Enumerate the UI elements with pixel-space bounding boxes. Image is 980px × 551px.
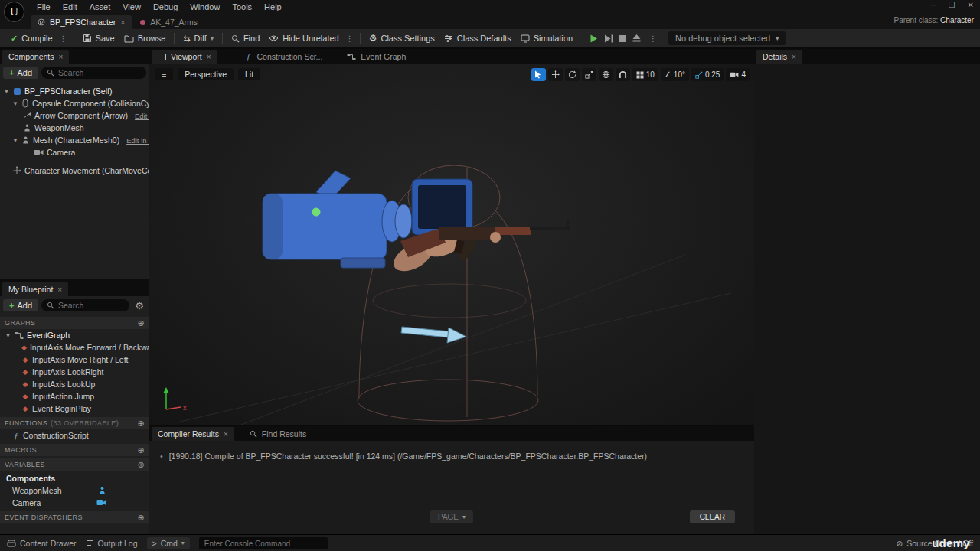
tab-ak47-arms[interactable]: AK_47_Arms <box>133 15 204 29</box>
add-macro-icon[interactable]: ⊕ <box>137 445 145 455</box>
menu-file[interactable]: File <box>31 1 57 13</box>
close-icon[interactable]: × <box>207 53 211 61</box>
eject-icon[interactable] <box>632 34 641 42</box>
page-button[interactable]: PAGE ▾ <box>430 510 473 523</box>
component-row-weaponmesh[interactable]: WeaponMesh <box>0 122 149 134</box>
play-icon[interactable] <box>590 34 598 43</box>
arrow-component-gizmo[interactable] <box>401 327 466 343</box>
menu-asset[interactable]: Asset <box>83 1 117 13</box>
edit-in-cpp-link[interactable]: Edit in C++ <box>126 136 149 145</box>
tab-viewport[interactable]: Viewport × <box>152 50 217 64</box>
event-row[interactable]: ◆ InputAxis LookUp <box>0 378 149 390</box>
tab-construction-script[interactable]: ƒ Construction Scr... <box>239 50 329 64</box>
menu-debug[interactable]: Debug <box>147 1 184 13</box>
stop-icon[interactable] <box>619 35 626 42</box>
hide-options-icon[interactable]: ⋮ <box>344 34 356 43</box>
graphs-section-header[interactable]: GRAPHS ⊕ <box>0 317 149 329</box>
tab-details[interactable]: Details × <box>756 50 802 64</box>
event-row[interactable]: ◆ InputAction Jump <box>0 390 149 403</box>
variables-section-header[interactable]: VARIABLES ⊕ <box>0 458 149 471</box>
variable-row-weaponmesh[interactable]: WeaponMesh <box>0 484 149 497</box>
chevron-down-icon[interactable]: ▼ <box>12 100 18 107</box>
component-row-arrow[interactable]: Arrow Component (Arrow) Edit in C++ <box>0 109 149 122</box>
scale-snap-control[interactable]: 0.25 <box>691 68 724 81</box>
output-log-button[interactable]: Output Log <box>86 539 138 548</box>
grid-snap-control[interactable]: 10 <box>632 68 658 81</box>
tab-components[interactable]: Components × <box>2 50 69 64</box>
search-input[interactable] <box>58 301 124 310</box>
component-row-mesh[interactable]: ▼ Mesh (CharacterMesh0) Edit in C++ <box>0 134 149 146</box>
add-blueprint-item-button[interactable]: + Add <box>3 299 38 311</box>
functions-section-header[interactable]: FUNCTIONS (33 OVERRIDABLE) ⊕ <box>0 417 149 429</box>
minimize-icon[interactable]: ─ <box>931 1 936 9</box>
restore-icon[interactable]: ❐ <box>949 1 956 9</box>
my-blueprint-search[interactable] <box>41 299 129 311</box>
variable-category-row[interactable]: Components <box>0 472 149 484</box>
tab-find-results[interactable]: Find Results <box>243 427 312 441</box>
world-space-icon[interactable] <box>599 68 613 81</box>
play-options-icon[interactable]: ⋮ <box>647 34 659 43</box>
move-tool-icon[interactable] <box>548 68 563 81</box>
compile-button[interactable]: ✓ Compile <box>6 31 57 46</box>
select-tool-icon[interactable] <box>531 68 546 81</box>
close-icon[interactable]: × <box>59 53 64 61</box>
add-graph-icon[interactable]: ⊕ <box>137 318 145 328</box>
console-command-field[interactable] <box>199 537 328 549</box>
add-variable-icon[interactable]: ⊕ <box>137 460 145 470</box>
menu-tools[interactable]: Tools <box>226 1 258 13</box>
unreal-logo-icon[interactable]: U <box>4 2 24 22</box>
construction-script-row[interactable]: ƒ ConstructionScript <box>0 429 149 442</box>
eventgraph-row[interactable]: ▼ EventGraph <box>0 329 149 341</box>
save-button[interactable]: Save <box>78 31 119 45</box>
clear-button[interactable]: CLEAR <box>690 510 735 523</box>
components-search[interactable] <box>41 67 146 79</box>
event-row[interactable]: ◆ InputAxis LookRight <box>0 366 149 378</box>
compiler-log-line[interactable]: • [1990.18] Compile of BP_FPSCharacter s… <box>149 441 754 461</box>
event-dispatchers-section-header[interactable]: EVENT DISPATCHERS ⊕ <box>0 511 149 523</box>
chevron-down-icon[interactable]: ▼ <box>5 332 11 339</box>
content-drawer-button[interactable]: Content Drawer <box>7 539 77 548</box>
find-button[interactable]: Find <box>227 31 264 45</box>
menu-edit[interactable]: Edit <box>57 1 83 13</box>
console-input[interactable] <box>204 540 322 548</box>
viewport-menu-button[interactable]: ≡ <box>155 68 173 80</box>
close-icon[interactable]: × <box>224 430 228 439</box>
add-component-button[interactable]: + Add <box>3 67 38 79</box>
component-row-capsule[interactable]: ▼ Capsule Component (CollisionCylinder) <box>0 97 149 109</box>
add-function-icon[interactable]: ⊕ <box>137 419 145 429</box>
close-icon[interactable]: × <box>120 18 125 27</box>
class-settings-button[interactable]: ⚙ Class Settings <box>364 31 439 46</box>
surface-snap-icon[interactable] <box>616 68 630 81</box>
chevron-down-icon[interactable]: ▼ <box>3 88 10 95</box>
cmd-dropdown[interactable]: > Cmd ▾ <box>147 537 190 549</box>
scale-tool-icon[interactable] <box>582 68 596 81</box>
event-row[interactable]: ◆ Event BeginPlay <box>0 403 149 415</box>
compile-options-icon[interactable]: ⋮ <box>57 34 70 43</box>
lit-mode-button[interactable]: Lit <box>238 68 260 80</box>
component-row-self[interactable]: ▼ BP_FPSCharacter (Self) <box>0 85 149 97</box>
event-row[interactable]: ◆ InputAxis Move Forward / Backward <box>0 341 149 354</box>
close-icon[interactable]: ✕ <box>968 1 974 9</box>
perspective-button[interactable]: Perspective <box>178 68 234 80</box>
close-icon[interactable]: × <box>57 285 62 294</box>
event-row[interactable]: ◆ InputAxis Move Right / Left <box>0 354 149 366</box>
diff-button[interactable]: ⇆ Diff ▾ <box>178 31 218 46</box>
component-row-camera[interactable]: Camera <box>0 146 149 158</box>
macros-section-header[interactable]: MACROS ⊕ <box>0 444 149 456</box>
frame-skip-icon[interactable] <box>604 34 613 43</box>
tab-my-blueprint[interactable]: My Blueprint × <box>2 282 68 296</box>
viewport-3d-scene[interactable]: x <box>149 64 754 425</box>
tab-bp-fpscharacter[interactable]: BP_FPSCharacter × <box>31 15 132 29</box>
browse-button[interactable]: Browse <box>119 31 171 45</box>
tab-event-graph[interactable]: Event Graph <box>341 50 412 64</box>
rotate-tool-icon[interactable] <box>565 68 580 81</box>
gear-icon[interactable]: ⚙ <box>132 300 146 311</box>
debug-object-dropdown[interactable]: No debug object selected ▾ <box>668 31 786 45</box>
menu-view[interactable]: View <box>116 1 147 13</box>
tab-compiler-results[interactable]: Compiler Results × <box>152 427 234 441</box>
class-defaults-button[interactable]: Class Defaults <box>439 31 516 45</box>
viewport-3d[interactable]: ≡ Perspective Lit <box>149 64 754 425</box>
menu-window[interactable]: Window <box>184 1 226 13</box>
rotation-snap-control[interactable]: ∠ 10° <box>661 68 689 81</box>
simulation-button[interactable]: Simulation <box>516 31 577 45</box>
